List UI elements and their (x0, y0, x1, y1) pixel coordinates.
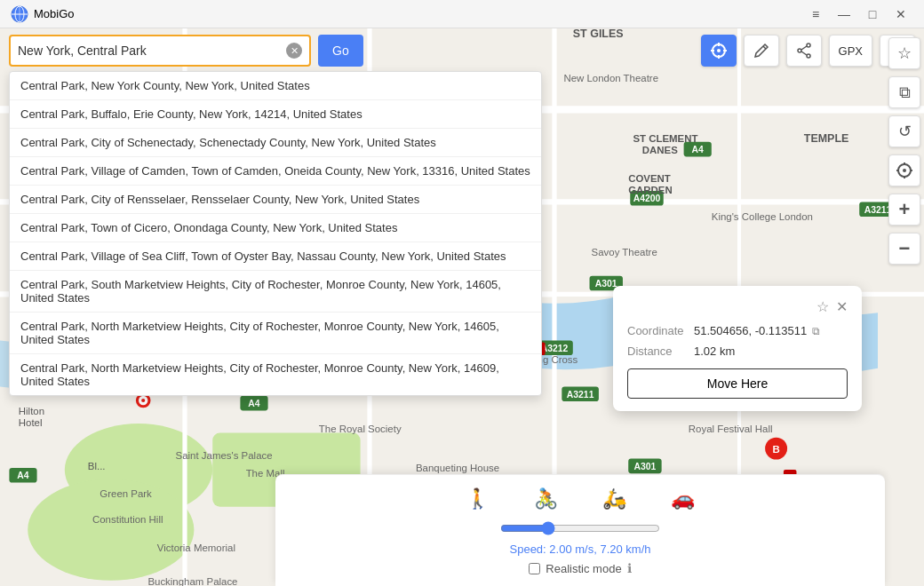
zoom-in-button[interactable]: + (888, 194, 920, 226)
popup-star-button[interactable]: ☆ (816, 298, 829, 315)
svg-text:A301: A301 (595, 279, 617, 289)
zoom-out-button[interactable]: − (888, 233, 920, 265)
search-result-5[interactable]: Central Park, City of Rensselaer, Rensse… (10, 186, 541, 214)
crosshair-icon (710, 42, 728, 59)
search-result-8[interactable]: Central Park, South Marketview Heights, … (10, 271, 541, 313)
svg-line-96 (801, 46, 807, 50)
search-result-10[interactable]: Central Park, North Marketview Heights, … (10, 354, 541, 395)
svg-text:A4: A4 (17, 471, 29, 480)
svg-line-92 (763, 46, 766, 49)
svg-text:Hilton: Hilton (19, 406, 44, 416)
realistic-mode-label: Realistic mode (546, 562, 621, 575)
search-result-9[interactable]: Central Park, North Marketview Heights, … (10, 313, 541, 354)
svg-text:A3211: A3211 (567, 390, 594, 400)
search-result-7[interactable]: Central Park, Village of Sea Cliff, Town… (10, 242, 541, 271)
gpx-label: GPX (839, 44, 863, 58)
title-bar: MobiGo ≡ — □ ✕ (0, 0, 924, 28)
speed-slider-row (293, 521, 867, 535)
scooter-mode-button[interactable]: 🛵 (602, 487, 626, 511)
svg-text:Banqueting House: Banqueting House (416, 463, 499, 473)
svg-text:Green Park: Green Park (100, 488, 152, 499)
distance-value: 1.02 km (694, 344, 735, 358)
sidebar-star-button[interactable]: ☆ (888, 37, 920, 69)
info-icon[interactable]: ℹ (627, 561, 632, 575)
pen-button[interactable] (744, 35, 779, 67)
move-here-button[interactable]: Move Here (627, 368, 848, 399)
svg-text:New London Theatre: New London Theatre (563, 73, 658, 83)
app-logo: MobiGo (11, 5, 75, 23)
locate-icon (896, 162, 913, 179)
gpx-button[interactable]: GPX (829, 35, 872, 67)
transport-modes: 🚶 🚴 🛵 🚗 (293, 487, 867, 511)
search-result-2[interactable]: Central Park, Buffalo, Erie County, New … (10, 100, 541, 129)
svg-text:Bl...: Bl... (88, 461, 106, 471)
top-toolbar: ✕ Go (0, 28, 924, 73)
search-input[interactable] (18, 44, 281, 58)
search-result-6[interactable]: Central Park, Town of Cicero, Onondaga C… (10, 214, 541, 242)
coordinate-value: 51.504656, -0.113511 ⧉ (694, 324, 820, 337)
search-clear-button[interactable]: ✕ (286, 43, 302, 59)
share-button[interactable] (786, 35, 822, 67)
svg-point-42 (141, 399, 145, 402)
close-button[interactable]: ✕ (888, 4, 913, 24)
app-title: MobiGo (34, 7, 75, 20)
search-result-3[interactable]: Central Park, City of Schenectady, Schen… (10, 129, 541, 157)
svg-text:TEMPLE: TEMPLE (804, 132, 849, 145)
right-sidebar: ☆ ⧉ ↺ + − (885, 28, 924, 586)
maximize-button[interactable]: □ (860, 4, 885, 24)
svg-text:Hotel: Hotel (19, 417, 43, 428)
svg-line-97 (801, 51, 807, 55)
search-result-1[interactable]: Central Park, New York County, New York,… (10, 72, 541, 100)
search-result-4[interactable]: Central Park, Village of Camden, Town of… (10, 157, 541, 186)
distance-row: Distance 1.02 km (627, 344, 848, 358)
copy-coordinate-button[interactable]: ⧉ (812, 325, 820, 337)
speed-value: 2.00 m/s, 7.20 km/h (549, 542, 650, 556)
minimize-button[interactable]: — (832, 4, 856, 24)
go-button[interactable]: Go (318, 35, 363, 67)
coordinate-popup: ☆ ✕ Coordinate 51.504656, -0.113511 ⧉ Di… (613, 286, 862, 411)
hamburger-button[interactable]: ≡ (803, 4, 828, 24)
svg-text:King's College London: King's College London (712, 211, 813, 222)
svg-text:Savoy Theatre: Savoy Theatre (592, 247, 657, 257)
car-mode-button[interactable]: 🚗 (671, 487, 695, 511)
app-logo-icon (11, 5, 28, 23)
realistic-mode-row: Realistic mode ℹ (293, 561, 867, 575)
search-box: ✕ (9, 35, 311, 67)
speed-slider[interactable] (500, 521, 660, 535)
speed-text: Speed: 2.00 m/s, 7.20 km/h (293, 542, 867, 556)
svg-text:Saint James's Palace: Saint James's Palace (176, 450, 273, 461)
svg-text:A301: A301 (633, 462, 656, 471)
svg-text:Victoria Memorial: Victoria Memorial (157, 542, 235, 553)
coordinate-label: Coordinate (627, 324, 694, 337)
svg-point-93 (807, 44, 810, 47)
realistic-mode-checkbox[interactable] (529, 563, 540, 574)
window-controls: ≡ — □ ✕ (803, 4, 913, 24)
svg-text:COVENT: COVENT (628, 173, 671, 184)
svg-text:B: B (772, 444, 779, 455)
svg-text:DANES: DANES (642, 145, 678, 155)
sidebar-copy-button[interactable]: ⧉ (888, 76, 920, 108)
coordinate-row: Coordinate 51.504656, -0.113511 ⧉ (627, 324, 848, 337)
svg-text:Constitution Hill: Constitution Hill (92, 514, 163, 525)
svg-text:GARDEN: GARDEN (628, 185, 673, 195)
sidebar-reset-button[interactable]: ↺ (888, 115, 920, 147)
pen-icon (753, 43, 769, 59)
svg-point-94 (807, 54, 810, 58)
svg-point-103 (903, 169, 906, 172)
svg-text:Buckingham Palace: Buckingham Palace (147, 576, 237, 586)
distance-label: Distance (627, 344, 694, 358)
svg-text:A4: A4 (692, 145, 705, 154)
popup-header: ☆ ✕ (627, 298, 848, 315)
crosshair-button[interactable] (701, 35, 737, 67)
main-container: A4200 A4 A3211 A301 A301 A3212 A3211 A4 … (0, 28, 924, 586)
share-icon (796, 43, 812, 59)
search-dropdown: Central Park, New York County, New York,… (9, 71, 542, 396)
walk-mode-button[interactable]: 🚶 (466, 487, 490, 511)
svg-text:The Royal Society: The Royal Society (319, 424, 402, 434)
bike-mode-button[interactable]: 🚴 (534, 487, 558, 511)
svg-point-91 (717, 49, 721, 52)
svg-text:ST CLEMENT: ST CLEMENT (633, 133, 697, 144)
svg-text:Royal Festival Hall: Royal Festival Hall (689, 424, 773, 434)
sidebar-locate-button[interactable] (888, 154, 920, 186)
popup-close-button[interactable]: ✕ (836, 298, 848, 315)
